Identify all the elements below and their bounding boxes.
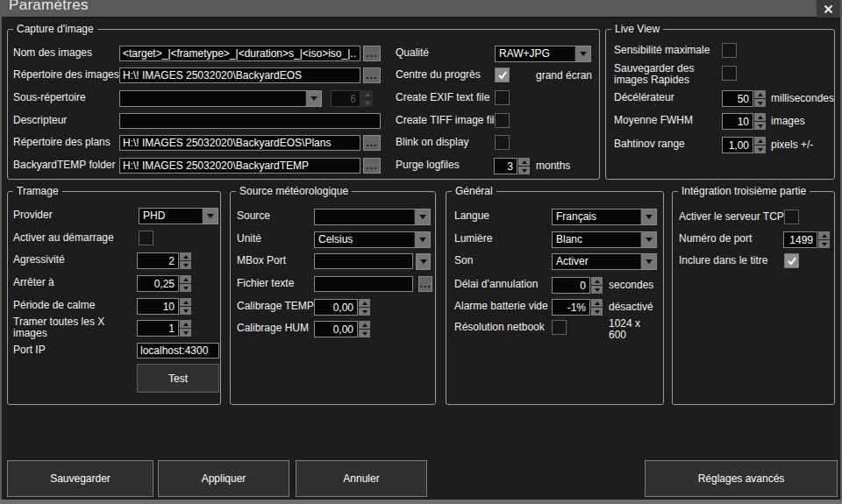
agressivite-spinner[interactable]: 2 [137,252,191,269]
calibrage-temp-spinner[interactable]: 0,00 [314,299,370,316]
appliquer-button[interactable]: Appliquer [158,460,289,497]
spinner-up-button[interactable] [818,231,830,239]
browse-backyardtemp-button[interactable]: ... [363,158,381,174]
mbox-port-input[interactable] [314,253,413,269]
source-label: Source [237,210,270,222]
resolution-netbook-checkbox[interactable] [552,320,567,335]
inclure-titre-checkbox[interactable] [784,253,799,268]
dropdown-arrow-icon[interactable] [640,232,656,247]
reglages-avances-button[interactable]: Réglages avancés [645,460,838,497]
decelerateur-spinner[interactable]: 50 [722,90,766,107]
tramer-toutes-spinner[interactable]: 1 [137,320,191,337]
arreter-a-label: Arrêter à [13,277,54,288]
port-ip-input[interactable] [137,343,219,358]
spinner-down-button[interactable] [180,284,191,292]
netbook-resolution-text: 1024 x 600 [609,318,640,341]
millisecondes-text: millisecondes [771,93,834,104]
source-dropdown[interactable] [314,209,431,225]
spinner-down-button[interactable] [591,308,603,316]
close-button[interactable] [817,0,840,18]
spinner-up-button[interactable] [180,252,191,260]
spinner-up-button[interactable] [180,298,191,306]
checkmark-icon [497,70,508,81]
create-exif-checkbox[interactable] [495,90,510,105]
purge-logfiles-spinner[interactable]: 3 [494,158,530,174]
blink-display-checkbox[interactable] [495,135,510,150]
dropdown-arrow-icon[interactable] [305,91,321,106]
qualite-dropdown[interactable]: RAW+JPG [495,46,591,62]
sous-repertoire-dropdown[interactable] [119,90,322,107]
spinner-down-button[interactable] [754,99,766,107]
browse-fichier-button[interactable]: ... [418,276,432,292]
browse-plans-button[interactable]: ... [363,135,381,151]
provider-dropdown[interactable]: PHD [139,208,218,224]
nom-des-images-input[interactable] [119,46,360,61]
centre-progres-checkbox[interactable] [495,67,510,82]
serveur-tcp-checkbox[interactable] [784,209,799,224]
decelerateur-label: Décélérateur [614,92,674,103]
spinner-down-button[interactable] [359,330,370,337]
delai-annulation-spinner[interactable]: 0 [552,277,603,294]
repertoire-plans-label: Répertoire des plans [13,137,111,148]
create-tiff-checkbox[interactable] [495,113,510,128]
spinner-up-button[interactable] [180,320,191,328]
spinner-up-button[interactable] [754,137,766,145]
spinner-up-button[interactable] [359,321,370,329]
spinner-up-button[interactable] [180,275,191,283]
spinner-down-button[interactable] [180,261,191,269]
test-button[interactable]: Test [137,364,219,393]
spinner-down-button[interactable] [180,329,191,337]
repertoire-images-input[interactable] [119,67,360,83]
calibrage-hum-spinner[interactable]: 0,00 [314,321,370,337]
spinner-down-button[interactable] [518,167,530,174]
spinner-up-button[interactable] [591,299,603,307]
create-tiff-label: Create TIFF image file [396,115,500,126]
spinner-down-button[interactable] [754,146,766,153]
spinner-down-button[interactable] [180,307,191,315]
dropdown-arrow-icon[interactable] [202,209,218,224]
langue-dropdown[interactable]: Français [552,209,657,225]
annuler-button[interactable]: Annuler [296,460,427,497]
fichier-texte-label: Fichier texte [237,278,294,289]
spinner-up-button[interactable] [359,299,370,307]
sensibilite-checkbox[interactable] [722,43,737,58]
numero-port-spinner[interactable]: 1499 [783,231,830,248]
bahtinov-spinner[interactable]: 1,00 [722,137,766,153]
arreter-a-spinner[interactable]: 0,25 [137,275,191,292]
repertoire-plans-input[interactable] [119,135,360,151]
periode-calme-spinner[interactable]: 10 [137,298,191,315]
checkmark-icon [787,256,797,266]
browse-nom-button[interactable]: ... [363,46,381,61]
dropdown-arrow-icon[interactable] [414,209,430,224]
spinner-down-button[interactable] [359,308,370,316]
activer-demarrage-checkbox[interactable] [139,231,153,245]
backyardtemp-input[interactable] [119,158,360,174]
lumiere-dropdown[interactable]: Blanc [552,231,657,248]
unite-dropdown[interactable]: Celsius [314,231,431,248]
mbox-dropdown-arrow-icon[interactable] [416,253,431,270]
sauvegarder-button[interactable]: Sauvegarder [7,460,153,497]
spinner-up-button[interactable] [754,113,766,121]
images-rapides-checkbox[interactable] [722,66,737,81]
spinner-down-button[interactable] [591,286,603,294]
group-title: Live View [611,23,663,36]
spinner-up-button[interactable] [518,158,530,166]
provider-label: Provider [13,209,53,221]
dropdown-arrow-icon[interactable] [640,209,656,224]
browse-repertoire-button[interactable]: ... [363,67,381,83]
dropdown-arrow-icon[interactable] [574,46,590,61]
group-title: Intégration troisième partie [678,185,810,198]
dropdown-arrow-icon[interactable] [640,254,656,269]
spinner-up-button[interactable] [754,90,766,98]
window-title: Paramètres [9,0,89,14]
spinner-down-button[interactable] [754,122,766,130]
moyenne-fwhm-spinner[interactable]: 10 [722,113,766,130]
spinner-down-button[interactable] [818,240,830,248]
lumiere-label: Lumière [454,233,492,245]
spinner-up-button[interactable] [591,277,603,285]
dropdown-arrow-icon[interactable] [414,232,430,247]
son-dropdown[interactable]: Activer [552,253,657,270]
descripteur-input[interactable] [119,113,381,129]
fichier-texte-input[interactable] [314,276,413,292]
alarme-batterie-spinner[interactable]: -1% [552,299,603,316]
